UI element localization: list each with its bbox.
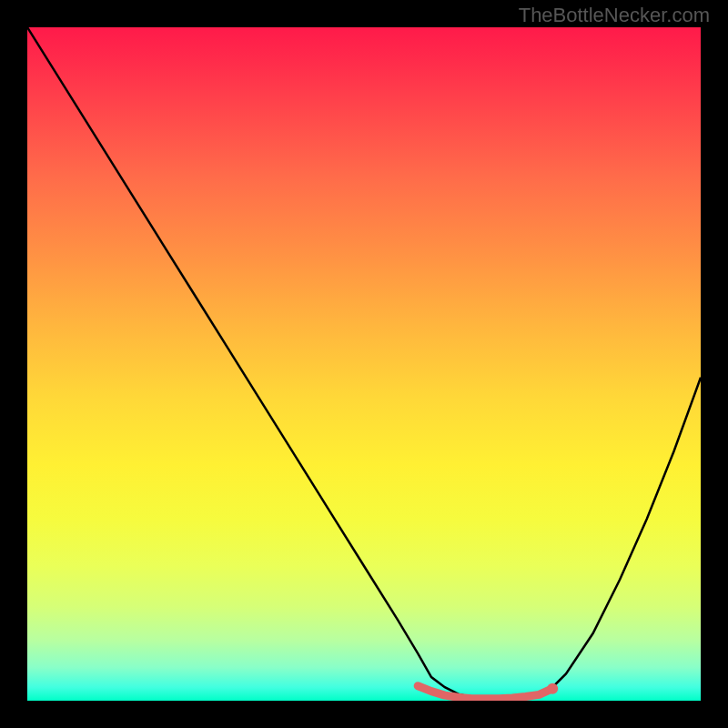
- highlight-band: [418, 686, 552, 699]
- chart-container: TheBottleNecker.com: [0, 0, 728, 728]
- plot-area: [27, 27, 701, 701]
- chart-svg: [27, 27, 701, 701]
- watermark-text: TheBottleNecker.com: [519, 4, 710, 27]
- highlight-end-dot: [547, 683, 558, 694]
- bottleneck-curve: [27, 27, 701, 699]
